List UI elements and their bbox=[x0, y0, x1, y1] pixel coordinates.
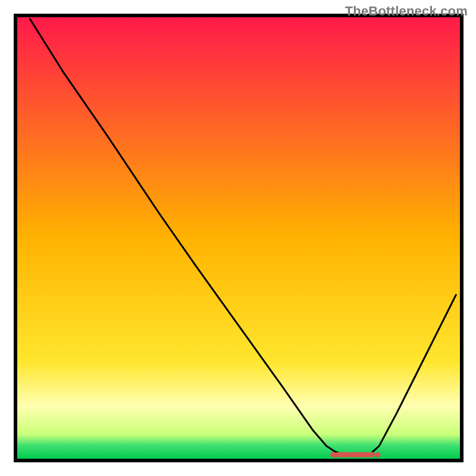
watermark-label: TheBottleneck.com bbox=[345, 4, 468, 19]
chart-canvas bbox=[0, 0, 476, 476]
optimal-point-dot bbox=[375, 452, 380, 458]
bottleneck-chart bbox=[0, 0, 476, 476]
plot-background bbox=[17, 17, 460, 459]
